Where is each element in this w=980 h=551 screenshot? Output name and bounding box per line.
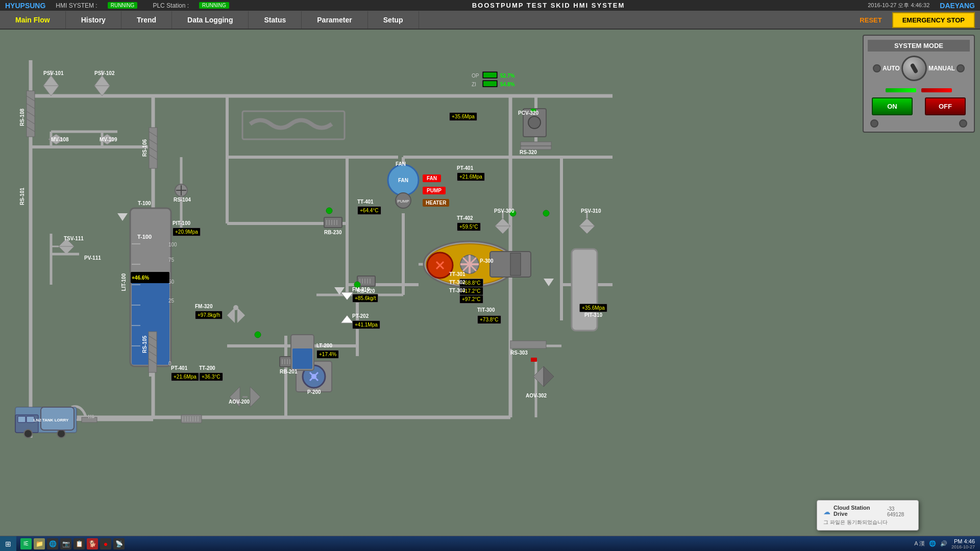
taskbar-camera-icon[interactable]: 📷 (60, 538, 71, 549)
bottom-right-indicator (959, 119, 967, 128)
tt401-label: TT-401 (357, 199, 374, 205)
svg-marker-37 (43, 76, 59, 86)
svg-text:+46.6%: +46.6% (132, 275, 149, 281)
nav-data-logging[interactable]: Data Logging (172, 11, 249, 29)
svg-text:LN2 TANK LORRY: LN2 TANK LORRY (34, 418, 69, 422)
pt401-bottom-label: PT-401 (171, 365, 187, 371)
tt303-value: +97.2°C (459, 295, 483, 304)
nav-parameter[interactable]: Parameter (302, 11, 368, 29)
nav-setup[interactable]: Setup (368, 11, 419, 29)
off-button[interactable]: OFF (925, 97, 966, 115)
brand-daeyang: DAEYANG (940, 2, 975, 10)
nav-status[interactable]: Status (249, 11, 302, 29)
brand-hyupsung: HYUPSUNG (5, 2, 45, 10)
rb201-label: RB-201 (280, 369, 297, 374)
svg-marker-118 (579, 226, 595, 234)
start-button[interactable]: ⊞ (0, 536, 16, 551)
fan-label: FAN (396, 161, 406, 167)
taskbar-ie-icon[interactable]: IE (20, 538, 32, 549)
psv101-label: PSV-101 (43, 70, 63, 76)
system-title: BOOSTPUMP TEST SKID HMI SYSTEM (472, 2, 625, 9)
svg-text:OP: OP (472, 73, 479, 79)
svg-rect-147 (572, 249, 597, 331)
on-button[interactable]: ON (872, 97, 913, 115)
cloud-icon: ☁ (823, 508, 830, 516)
cloud-station-subtitle: 그 파일은 동기화되었습니다 (823, 519, 912, 526)
pt401-value: +21.6Mpa (457, 172, 485, 181)
process-diagram: 100 75 50 25 0 +46.6% T-100 (0, 30, 623, 536)
pv111-label: PV-111 (84, 255, 101, 261)
rb230-label: RB-230 (324, 230, 341, 235)
taskbar-clipboard-icon[interactable]: 📋 (74, 538, 85, 549)
svg-rect-113 (510, 341, 546, 348)
cloud-station-popup: ☁ Cloud Station Drive -33 649128 그 파일은 동… (817, 500, 919, 531)
psv102-label: PSV-102 (94, 70, 114, 76)
svg-marker-189 (544, 279, 554, 286)
reset-button[interactable]: RESET (849, 16, 892, 24)
pt202-value: +41.1Mpa (352, 320, 380, 329)
hmi-status: RUNNING (108, 2, 138, 9)
emergency-stop-button[interactable]: EMERGENCY STOP (892, 12, 975, 28)
svg-text:T-100: T-100 (137, 234, 152, 240)
taskbar-time: PM 4:46 (951, 538, 975, 544)
taskbar-speaker-icon: 🔊 (940, 540, 947, 547)
p200-label: P-200 (307, 389, 321, 395)
aov200-label: AOV-200 (229, 399, 250, 405)
svg-point-158 (57, 430, 65, 438)
mode-knob[interactable] (901, 56, 927, 81)
tt401-value: +64.4°C (357, 206, 381, 215)
svg-text:100: 100 (168, 242, 177, 247)
plc-label: PLC Station : (153, 2, 189, 9)
svg-point-183 (326, 208, 332, 214)
plc-status: RUNNING (199, 2, 229, 9)
taskbar-app-icon[interactable]: 📡 (113, 538, 125, 549)
rs303-label: RS-303 (510, 350, 528, 356)
taskbar-chrome-icon[interactable]: 🌐 (47, 538, 58, 549)
datetime: 2016-10-27 오후 4:46:32 (868, 2, 929, 9)
main-content: 100 75 50 25 0 +46.6% T-100 (0, 30, 980, 536)
nav-history[interactable]: History (66, 11, 121, 29)
svg-rect-97 (510, 253, 521, 276)
heater-status-btn[interactable]: HEATER (423, 199, 449, 207)
svg-text:FAN: FAN (398, 178, 408, 183)
pcv320-label: PCV-320 (518, 110, 538, 116)
svg-marker-40 (94, 76, 110, 86)
svg-rect-112 (531, 358, 537, 362)
taskbar-dog-icon[interactable]: 🐕 (87, 538, 98, 549)
pump-status-btn[interactable]: PUMP (423, 187, 446, 194)
svg-marker-115 (495, 226, 510, 234)
svg-marker-77 (227, 308, 235, 323)
svg-marker-187 (117, 213, 128, 221)
tt302-label: TT-302 (449, 280, 465, 285)
pit400-value: +35.6Mpa (449, 112, 477, 121)
auto-label: AUTO (883, 65, 900, 72)
fan-status-btn[interactable]: FAN (423, 174, 441, 182)
tt303-label: TT-303 (449, 288, 465, 293)
svg-point-79 (233, 305, 238, 310)
nav-main-flow[interactable]: Main Flow (0, 11, 66, 29)
auto-indicator (873, 64, 881, 72)
svg-marker-111 (544, 366, 554, 387)
svg-point-103 (528, 116, 541, 129)
nav-trend[interactable]: Trend (121, 11, 172, 29)
aov302-label: AOV-302 (526, 393, 547, 398)
taskbar: ⊞ IE 📁 🌐 📷 📋 🐕 ● 📡 A 漢 🌐 🔊 PM (0, 536, 980, 551)
svg-text:52.7%: 52.7% (500, 73, 514, 79)
tt301-label: TT-301 (449, 271, 465, 277)
svg-rect-176 (483, 72, 497, 78)
fm320-label: FM-320 (195, 304, 212, 309)
fm210-value: +85.6kg/t (352, 294, 378, 303)
rs104-label: RS-104 (174, 197, 191, 203)
rs105-label: RS-105 (142, 336, 148, 353)
tt200-label: TT-200 (199, 365, 215, 371)
taskbar-network-icon: 🌐 (929, 540, 936, 547)
manual-label: MANUAL (928, 65, 955, 72)
taskbar-date: 2016-10-27 (951, 544, 975, 549)
taskbar-right: A 漢 🌐 🔊 PM 4:46 2016-10-27 (909, 538, 980, 549)
svg-marker-117 (579, 218, 595, 226)
cloud-station-number: -33 649128 (887, 506, 912, 517)
taskbar-folder-icon[interactable]: 📁 (34, 538, 45, 549)
taskbar-record-icon[interactable]: ● (100, 538, 111, 549)
taskbar-icons: IE 📁 🌐 📷 📋 🐕 ● 📡 (16, 538, 909, 549)
tit300-label: TIT-300 (477, 307, 495, 313)
